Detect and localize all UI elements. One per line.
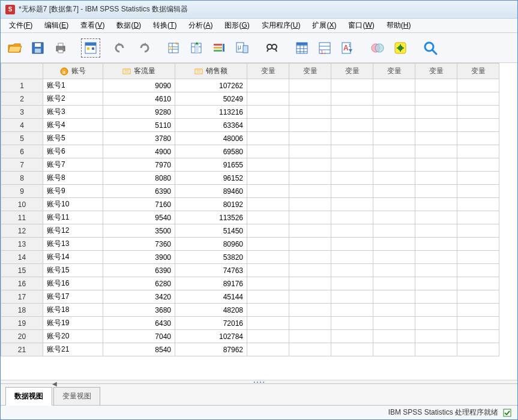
cell-traffic[interactable]: 7040 bbox=[103, 330, 175, 343]
cell-empty[interactable] bbox=[373, 343, 415, 356]
cell-sales[interactable]: 48006 bbox=[175, 132, 247, 145]
goto-case-button[interactable] bbox=[164, 38, 183, 58]
cell-empty[interactable] bbox=[289, 224, 331, 238]
split-file-button[interactable] bbox=[292, 38, 312, 58]
table-row[interactable]: 16账号16628089176 bbox=[1, 277, 499, 290]
cell-empty[interactable] bbox=[415, 145, 457, 158]
row-number[interactable]: 12 bbox=[1, 224, 43, 238]
menu-item[interactable]: 转换(T) bbox=[148, 19, 181, 32]
cell-empty[interactable] bbox=[457, 211, 499, 224]
cell-empty[interactable] bbox=[289, 185, 331, 198]
cell-empty[interactable] bbox=[331, 343, 373, 356]
column-header-empty[interactable]: 变量 bbox=[289, 64, 331, 79]
cell-empty[interactable] bbox=[457, 145, 499, 158]
cell-empty[interactable] bbox=[289, 132, 331, 145]
cell-empty[interactable] bbox=[289, 264, 331, 277]
cell-empty[interactable] bbox=[457, 198, 499, 211]
table-row[interactable]: 21账号21854087962 bbox=[1, 343, 499, 356]
cell-empty[interactable] bbox=[457, 172, 499, 185]
cell-empty[interactable] bbox=[247, 317, 289, 330]
cell-traffic[interactable]: 9090 bbox=[103, 79, 175, 92]
cell-sales[interactable]: 91655 bbox=[175, 158, 247, 172]
cell-empty[interactable] bbox=[457, 158, 499, 172]
cell-empty[interactable] bbox=[331, 304, 373, 317]
menu-item[interactable]: 扩展(X) bbox=[307, 19, 341, 32]
cell-account[interactable]: 账号17 bbox=[43, 290, 103, 304]
cell-account[interactable]: 账号12 bbox=[43, 224, 103, 238]
cell-empty[interactable] bbox=[289, 172, 331, 185]
cell-traffic[interactable]: 8540 bbox=[103, 343, 175, 356]
cell-empty[interactable] bbox=[247, 238, 289, 251]
row-number[interactable]: 19 bbox=[1, 317, 43, 330]
cell-empty[interactable] bbox=[331, 317, 373, 330]
table-row[interactable]: 1账号19090107262 bbox=[1, 79, 499, 92]
cell-empty[interactable] bbox=[247, 79, 289, 92]
cell-empty[interactable] bbox=[415, 251, 457, 264]
row-number[interactable]: 1 bbox=[1, 79, 43, 92]
cell-empty[interactable] bbox=[247, 145, 289, 158]
table-row[interactable]: 6账号6490069580 bbox=[1, 145, 499, 158]
table-row[interactable]: 12账号12350051450 bbox=[1, 224, 499, 238]
cell-empty[interactable] bbox=[373, 224, 415, 238]
cell-account[interactable]: 账号21 bbox=[43, 343, 103, 356]
cell-traffic[interactable]: 4610 bbox=[103, 92, 175, 106]
column-header-traffic[interactable]: 客流量 bbox=[103, 64, 175, 79]
cell-account[interactable]: 账号19 bbox=[43, 317, 103, 330]
value-labels-button[interactable] bbox=[368, 38, 387, 58]
cell-traffic[interactable]: 3780 bbox=[103, 132, 175, 145]
cell-empty[interactable] bbox=[289, 106, 331, 119]
cell-sales[interactable]: 80960 bbox=[175, 238, 247, 251]
open-file-button[interactable] bbox=[5, 38, 25, 58]
cell-empty[interactable] bbox=[415, 79, 457, 92]
cell-empty[interactable] bbox=[247, 251, 289, 264]
cell-empty[interactable] bbox=[247, 277, 289, 290]
column-header-empty[interactable]: 变量 bbox=[331, 64, 373, 79]
menu-item[interactable]: 帮助(H) bbox=[382, 19, 416, 32]
cell-sales[interactable]: 69580 bbox=[175, 145, 247, 158]
cell-traffic[interactable]: 3500 bbox=[103, 224, 175, 238]
cell-sales[interactable]: 50249 bbox=[175, 92, 247, 106]
cell-account[interactable]: 账号9 bbox=[43, 185, 103, 198]
cell-sales[interactable]: 51450 bbox=[175, 224, 247, 238]
cell-empty[interactable] bbox=[289, 211, 331, 224]
row-number[interactable]: 7 bbox=[1, 158, 43, 172]
cell-empty[interactable] bbox=[373, 277, 415, 290]
cell-empty[interactable] bbox=[331, 92, 373, 106]
cell-empty[interactable] bbox=[247, 158, 289, 172]
menu-item[interactable]: 图形(G) bbox=[220, 19, 254, 32]
cell-sales[interactable]: 45144 bbox=[175, 290, 247, 304]
menu-item[interactable]: 窗口(W) bbox=[343, 19, 379, 32]
cell-traffic[interactable]: 3680 bbox=[103, 304, 175, 317]
cell-empty[interactable] bbox=[373, 92, 415, 106]
tab-data-view[interactable]: 数据视图 bbox=[5, 387, 52, 406]
cell-empty[interactable] bbox=[415, 317, 457, 330]
cell-empty[interactable] bbox=[289, 317, 331, 330]
use-sets-button[interactable] bbox=[391, 38, 410, 58]
cell-empty[interactable] bbox=[457, 251, 499, 264]
cell-empty[interactable] bbox=[289, 145, 331, 158]
cell-empty[interactable] bbox=[331, 290, 373, 304]
cell-account[interactable]: 账号14 bbox=[43, 251, 103, 264]
goto-variable-button[interactable] bbox=[187, 38, 206, 58]
row-number[interactable]: 10 bbox=[1, 198, 43, 211]
table-row[interactable]: 20账号207040102784 bbox=[1, 330, 499, 343]
cell-empty[interactable] bbox=[373, 238, 415, 251]
table-row[interactable]: 17账号17342045144 bbox=[1, 290, 499, 304]
row-number[interactable]: 14 bbox=[1, 251, 43, 264]
cell-account[interactable]: 账号18 bbox=[43, 304, 103, 317]
cell-empty[interactable] bbox=[457, 343, 499, 356]
table-row[interactable]: 8账号8808096152 bbox=[1, 172, 499, 185]
cell-empty[interactable] bbox=[289, 198, 331, 211]
cell-empty[interactable] bbox=[457, 224, 499, 238]
cell-empty[interactable] bbox=[457, 317, 499, 330]
cell-traffic[interactable]: 7160 bbox=[103, 198, 175, 211]
cell-empty[interactable] bbox=[247, 290, 289, 304]
cell-traffic[interactable]: 3900 bbox=[103, 251, 175, 264]
cell-account[interactable]: 账号5 bbox=[43, 132, 103, 145]
cell-empty[interactable] bbox=[247, 198, 289, 211]
cell-empty[interactable] bbox=[415, 119, 457, 132]
cell-empty[interactable] bbox=[415, 290, 457, 304]
cell-empty[interactable] bbox=[373, 79, 415, 92]
cell-empty[interactable] bbox=[373, 198, 415, 211]
row-number[interactable]: 9 bbox=[1, 185, 43, 198]
